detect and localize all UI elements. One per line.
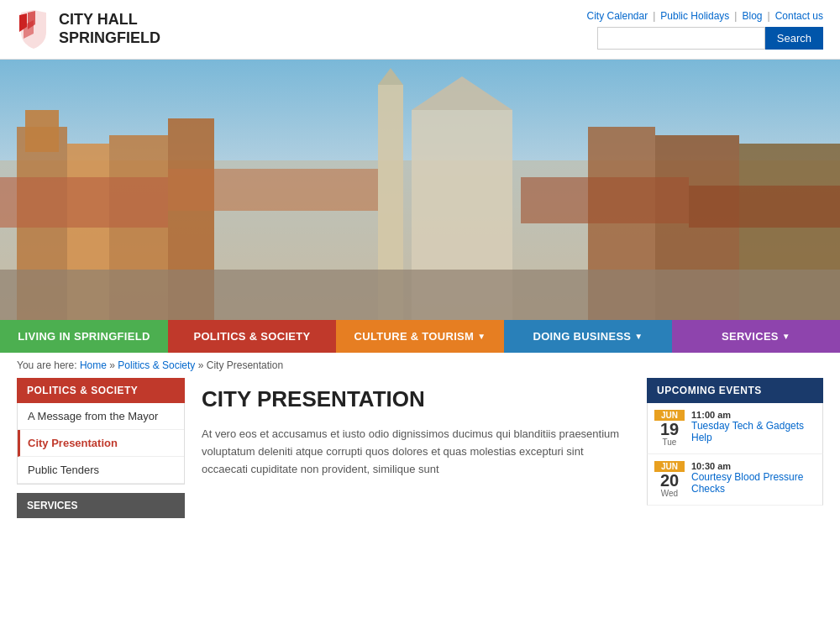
- search-input[interactable]: [597, 27, 765, 50]
- nav-label-2: POLITICS & SOCIETY: [193, 330, 310, 343]
- sidebar-nav: A Message from the Mayor City Presentati…: [17, 403, 185, 485]
- nav-living-in-springfield[interactable]: LIVING IN SPRINGFIELD: [0, 320, 168, 353]
- top-nav-item-contact-us[interactable]: Contact us: [775, 10, 823, 22]
- svg-rect-3: [25, 110, 59, 152]
- nav-label-3: CULTURE & TOURISM: [354, 330, 475, 343]
- breadcrumb: You are here: Home » Politics & Society …: [0, 353, 840, 378]
- event-details-0: 11:00 am Tuesday Tech & Gadgets Help: [691, 410, 816, 443]
- nav-arrow-4: ▼: [634, 332, 643, 341]
- breadcrumb-sep1: »: [109, 359, 118, 371]
- event-details-1: 10:30 am Courtesy Blood Pressure Checks: [691, 461, 816, 495]
- logo-icon: [17, 8, 50, 50]
- event-day-1: 20: [654, 472, 685, 489]
- event-time-1: 10:30 am: [691, 461, 816, 471]
- sidebar-title: POLITICS & SOCIETY: [17, 378, 185, 403]
- sidebar-item-tenders[interactable]: Public Tenders: [18, 457, 184, 484]
- sidebar: POLITICS & SOCIETY A Message from the Ma…: [17, 378, 185, 518]
- nav-culture-tourism[interactable]: CULTURE & TOURISM ▼: [336, 320, 504, 353]
- hero-image: [0, 60, 840, 320]
- center-content: CITY PRESENTATION At vero eos et accusam…: [202, 378, 630, 518]
- svg-rect-14: [0, 270, 840, 320]
- city-skyline-svg: [0, 60, 840, 320]
- page-body: At vero eos et accusamus et iusto odio d…: [202, 426, 630, 478]
- event-weekday-1: Wed: [661, 489, 678, 498]
- sidebar-services-title: SERVICES: [17, 493, 185, 518]
- main-nav: LIVING IN SPRINGFIELD POLITICS & SOCIETY…: [0, 320, 840, 353]
- event-date-box-0: JUN 19 Tue: [654, 410, 685, 447]
- logo-text: CITY HALL SPRINGFIELD: [59, 11, 160, 47]
- nav-label-1: LIVING IN SPRINGFIELD: [18, 330, 150, 343]
- top-nav-item-blog[interactable]: Blog: [742, 10, 762, 22]
- search-button[interactable]: Search: [765, 27, 823, 50]
- events-title: UPCOMING EVENTS: [647, 378, 823, 403]
- nav-politics-society[interactable]: POLITICS & SOCIETY: [168, 320, 336, 353]
- svg-rect-16: [168, 169, 378, 211]
- svg-rect-15: [0, 177, 168, 228]
- nav-label-5: SERVICES: [722, 330, 779, 343]
- breadcrumb-politics[interactable]: Politics & Society: [118, 359, 195, 371]
- nav-arrow-3: ▼: [477, 332, 486, 341]
- right-panel: UPCOMING EVENTS JUN 19 Tue 11:00 am Tues…: [647, 378, 823, 518]
- event-day-0: 19: [654, 421, 685, 438]
- top-nav: City Calendar | Public Holidays | Blog |…: [586, 10, 823, 22]
- nav-services[interactable]: SERVICES ▼: [672, 320, 840, 353]
- breadcrumb-current: City Presentation: [207, 359, 283, 371]
- logo-area[interactable]: CITY HALL SPRINGFIELD: [17, 8, 160, 50]
- top-nav-sep: |: [768, 10, 770, 22]
- events-list: JUN 19 Tue 11:00 am Tuesday Tech & Gadge…: [647, 403, 823, 506]
- breadcrumb-prefix: You are here:: [17, 359, 80, 371]
- search-bar: Search: [597, 27, 823, 50]
- svg-rect-17: [521, 177, 689, 223]
- event-time-0: 11:00 am: [691, 410, 816, 420]
- breadcrumb-sep2: »: [198, 359, 207, 371]
- event-name-1[interactable]: Courtesy Blood Pressure Checks: [691, 471, 816, 495]
- breadcrumb-home[interactable]: Home: [80, 359, 107, 371]
- top-nav-item-public-holidays[interactable]: Public Holidays: [660, 10, 729, 22]
- sidebar-item-mayor[interactable]: A Message from the Mayor: [18, 403, 184, 430]
- page-title: CITY PRESENTATION: [202, 386, 630, 412]
- event-weekday-0: Tue: [663, 438, 677, 447]
- event-date-box-1: JUN 20 Wed: [654, 461, 685, 498]
- logo-line2: SPRINGFIELD: [59, 29, 160, 48]
- sidebar-item-city-presentation[interactable]: City Presentation: [18, 430, 184, 457]
- top-nav-item-city-calendar[interactable]: City Calendar: [586, 10, 648, 22]
- header-right: City Calendar | Public Holidays | Blog |…: [586, 10, 823, 50]
- event-name-0[interactable]: Tuesday Tech & Gadgets Help: [691, 420, 816, 443]
- event-item-0: JUN 19 Tue 11:00 am Tuesday Tech & Gadge…: [647, 403, 823, 454]
- event-item-1: JUN 20 Wed 10:30 am Courtesy Blood Press…: [647, 454, 823, 506]
- nav-doing-business[interactable]: DOING BUSINESS ▼: [504, 320, 672, 353]
- svg-rect-18: [689, 186, 840, 228]
- top-nav-sep: |: [734, 10, 737, 22]
- logo-line1: CITY HALL: [59, 11, 160, 29]
- nav-label-4: DOING BUSINESS: [533, 330, 631, 343]
- main-content: POLITICS & SOCIETY A Message from the Ma…: [0, 378, 840, 518]
- nav-arrow-5: ▼: [782, 332, 790, 341]
- site-header: CITY HALL SPRINGFIELD City Calendar | Pu…: [0, 0, 840, 60]
- top-nav-sep: |: [653, 10, 655, 22]
